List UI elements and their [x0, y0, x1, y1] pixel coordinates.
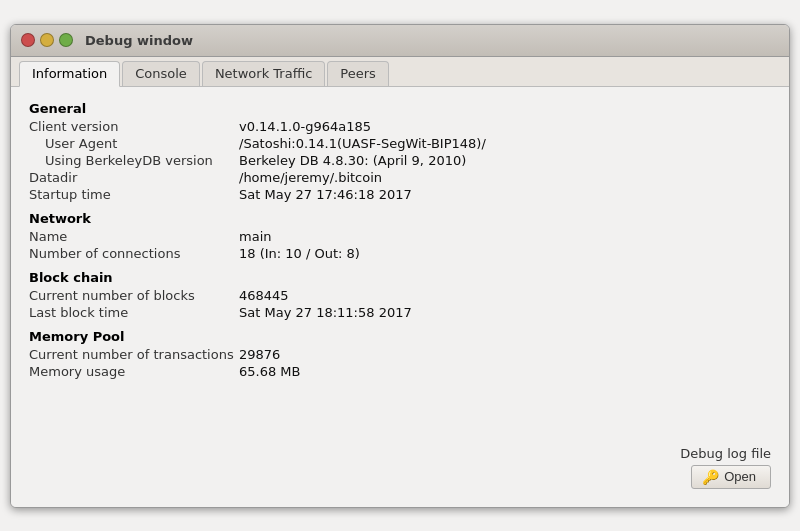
value-client-version: v0.14.1.0-g964a185 — [239, 119, 371, 134]
open-button[interactable]: 🔑 Open — [691, 465, 771, 489]
content-area: General Client version v0.14.1.0-g964a18… — [11, 87, 789, 507]
row-tx-count: Current number of transactions 29876 — [29, 346, 771, 363]
close-button[interactable] — [21, 33, 35, 47]
tab-information[interactable]: Information — [19, 61, 120, 87]
row-user-agent: User Agent /Satoshi:0.14.1(UASF-SegWit-B… — [29, 135, 771, 152]
window-title: Debug window — [85, 33, 193, 48]
titlebar: Debug window — [11, 25, 789, 57]
tab-bar: Information Console Network Traffic Peer… — [11, 57, 789, 87]
section-blockchain-header: Block chain — [29, 270, 771, 285]
section-general-header: General — [29, 101, 771, 116]
label-user-agent: User Agent — [29, 136, 239, 151]
label-client-version: Client version — [29, 119, 239, 134]
value-berkeleydb: Berkeley DB 4.8.30: (April 9, 2010) — [239, 153, 466, 168]
debug-window: Debug window Information Console Network… — [10, 24, 790, 508]
minimize-button[interactable] — [40, 33, 54, 47]
value-connections: 18 (In: 10 / Out: 8) — [239, 246, 360, 261]
label-last-block-time: Last block time — [29, 305, 239, 320]
value-name: main — [239, 229, 271, 244]
row-connections: Number of connections 18 (In: 10 / Out: … — [29, 245, 771, 262]
row-memory-usage: Memory usage 65.68 MB — [29, 363, 771, 380]
tab-console[interactable]: Console — [122, 61, 200, 86]
tab-peers[interactable]: Peers — [327, 61, 389, 86]
value-user-agent: /Satoshi:0.14.1(UASF-SegWit-BIP148)/ — [239, 136, 486, 151]
value-tx-count: 29876 — [239, 347, 280, 362]
debug-log-label: Debug log file — [680, 446, 771, 461]
row-name: Name main — [29, 228, 771, 245]
label-block-count: Current number of blocks — [29, 288, 239, 303]
label-startup-time: Startup time — [29, 187, 239, 202]
tab-network-traffic[interactable]: Network Traffic — [202, 61, 325, 86]
key-icon: 🔑 — [702, 469, 719, 485]
label-connections: Number of connections — [29, 246, 239, 261]
label-berkeleydb: Using BerkeleyDB version — [29, 153, 239, 168]
row-client-version: Client version v0.14.1.0-g964a185 — [29, 118, 771, 135]
value-startup-time: Sat May 27 17:46:18 2017 — [239, 187, 412, 202]
label-datadir: Datadir — [29, 170, 239, 185]
label-tx-count: Current number of transactions — [29, 347, 239, 362]
row-berkeleydb: Using BerkeleyDB version Berkeley DB 4.8… — [29, 152, 771, 169]
open-button-label: Open — [724, 469, 756, 484]
window-controls — [21, 33, 73, 47]
value-block-count: 468445 — [239, 288, 289, 303]
debug-log-section: Debug log file 🔑 Open — [680, 446, 771, 489]
maximize-button[interactable] — [59, 33, 73, 47]
label-name: Name — [29, 229, 239, 244]
row-block-count: Current number of blocks 468445 — [29, 287, 771, 304]
row-datadir: Datadir /home/jeremy/.bitcoin — [29, 169, 771, 186]
value-datadir: /home/jeremy/.bitcoin — [239, 170, 382, 185]
value-last-block-time: Sat May 27 18:11:58 2017 — [239, 305, 412, 320]
value-memory-usage: 65.68 MB — [239, 364, 300, 379]
section-network-header: Network — [29, 211, 771, 226]
row-last-block-time: Last block time Sat May 27 18:11:58 2017 — [29, 304, 771, 321]
label-memory-usage: Memory usage — [29, 364, 239, 379]
row-startup-time: Startup time Sat May 27 17:46:18 2017 — [29, 186, 771, 203]
section-mempool-header: Memory Pool — [29, 329, 771, 344]
